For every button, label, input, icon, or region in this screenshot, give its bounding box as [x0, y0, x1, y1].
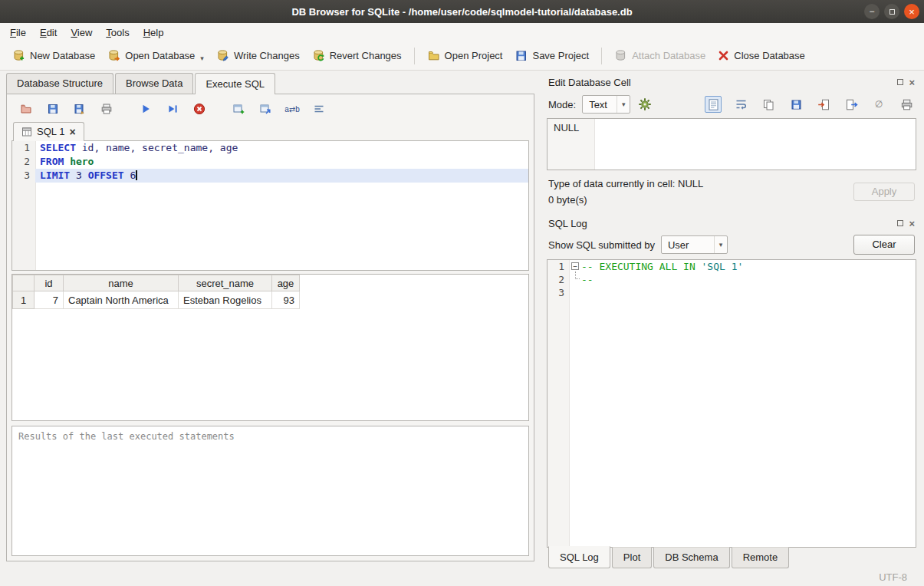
chevron-down-icon: ▾	[714, 236, 727, 253]
copy-cell-button[interactable]	[760, 96, 777, 113]
sql-tab-bar: SQL 1 ×	[12, 120, 529, 141]
write-changes-label: Write Changes	[234, 50, 300, 61]
log-line-number: 2	[547, 273, 569, 286]
line-number: 2	[12, 155, 35, 169]
text-document-icon	[707, 98, 720, 111]
sql-1-tab[interactable]: SQL 1 ×	[13, 122, 84, 141]
open-in-new-tab-button[interactable]	[257, 100, 274, 117]
apply-button[interactable]: Apply	[853, 183, 915, 201]
tab-execute-sql[interactable]: Execute SQL	[195, 73, 275, 94]
auto-switch-mode-button[interactable]	[636, 96, 653, 113]
print-sql-button[interactable]	[98, 100, 115, 117]
tab-db-schema[interactable]: DB Schema	[653, 547, 729, 568]
write-changes-button[interactable]: Write Changes	[210, 45, 306, 66]
menubar: File Edit View Tools Help	[0, 23, 924, 41]
sql-code-line-2: FROM hero	[35, 155, 528, 169]
open-sql-file-button[interactable]	[18, 100, 35, 117]
log-line: 2 --	[547, 273, 916, 286]
close-dock-icon[interactable]: ×	[909, 219, 915, 229]
new-sql-tab-button[interactable]	[230, 100, 247, 117]
statusbar: UTF-8	[0, 568, 924, 586]
table-row[interactable]: 1 7 Captain North America Esteban Rogeli…	[13, 291, 528, 309]
tab-sql-log[interactable]: SQL Log	[548, 546, 610, 568]
sql-toolbar: a⇄b	[12, 97, 529, 120]
fold-column	[569, 286, 581, 299]
clear-log-button[interactable]: Clear	[853, 235, 915, 255]
save-sql-file-as-button[interactable]	[71, 100, 88, 117]
titlebar[interactable]: DB Browser for SQLite - /home/user/code/…	[0, 0, 924, 23]
menu-tools[interactable]: Tools	[99, 25, 136, 41]
sql-tab-close-icon[interactable]: ×	[69, 127, 75, 137]
cell-editor[interactable]: NULL	[547, 118, 916, 170]
close-dock-icon[interactable]: ×	[909, 77, 915, 87]
print-icon	[900, 98, 913, 111]
float-dock-icon[interactable]	[897, 79, 903, 85]
fold-collapse-icon[interactable]: −	[571, 262, 579, 270]
open-database-label: Open Database	[125, 50, 195, 61]
save-project-button[interactable]: Save Project	[508, 45, 595, 66]
open-database-dropdown-icon[interactable]: ▾	[200, 54, 204, 62]
format-sql-button[interactable]	[311, 100, 327, 117]
toolbar-separator	[601, 48, 602, 64]
column-header-age[interactable]: age	[272, 275, 300, 291]
menu-edit[interactable]: Edit	[33, 25, 64, 41]
revert-changes-button[interactable]: Revert Changes	[306, 45, 408, 66]
attach-database-label: Attach Database	[632, 50, 705, 61]
close-database-button[interactable]: Close Database	[712, 46, 811, 65]
open-database-icon	[107, 49, 120, 62]
cell-age[interactable]: 93	[272, 291, 300, 309]
import-cell-button[interactable]	[815, 96, 832, 113]
new-database-button[interactable]: New Database	[6, 45, 101, 66]
print-cell-button[interactable]	[898, 96, 915, 113]
menu-file[interactable]: File	[3, 25, 33, 41]
mode-select[interactable]: Text ▾	[582, 95, 630, 114]
save-cell-button[interactable]	[788, 96, 804, 113]
cell-id[interactable]: 7	[35, 291, 64, 309]
cell-secret-name[interactable]: Esteban Rogelios	[179, 291, 272, 309]
format-sql-icon	[313, 103, 325, 115]
stop-execution-button[interactable]	[191, 100, 208, 117]
attach-database-button[interactable]: Attach Database	[608, 45, 712, 66]
edit-cell-toolbar: ∅	[705, 96, 915, 113]
cell-name[interactable]: Captain North America	[64, 291, 179, 309]
open-database-button[interactable]: Open Database ▾	[101, 45, 210, 66]
export-cell-button[interactable]	[843, 96, 860, 113]
execute-sql-panel: a⇄b SQL 1 × 1 SELECT id, name, secret_n	[6, 94, 534, 561]
text-view-button[interactable]	[705, 96, 722, 113]
tab-remote[interactable]: Remote	[732, 547, 790, 568]
minimize-button[interactable]: −	[864, 4, 880, 19]
log-line: 3	[547, 286, 916, 299]
tab-plot[interactable]: Plot	[612, 547, 652, 568]
main-toolbar: New Database Open Database ▾ Write Chang…	[0, 41, 924, 71]
open-project-button[interactable]: Open Project	[421, 45, 509, 66]
column-header-id[interactable]: id	[35, 275, 64, 291]
close-button[interactable]: ×	[904, 4, 919, 19]
maximize-button[interactable]	[884, 4, 899, 19]
sql-log-editor[interactable]: 1 − -- EXECUTING ALL IN 'SQL 1' 2 -- 3	[547, 259, 916, 548]
word-wrap-button[interactable]	[732, 96, 749, 113]
maximize-icon	[889, 9, 895, 15]
close-database-icon	[718, 50, 729, 61]
sql-log-dock-buttons: ×	[897, 219, 915, 229]
find-replace-button[interactable]: a⇄b	[284, 100, 301, 117]
encoding-indicator[interactable]: UTF-8	[879, 571, 907, 583]
execute-all-button[interactable]	[137, 100, 154, 117]
save-sql-file-button[interactable]	[44, 100, 61, 117]
sql-editor[interactable]: 1 SELECT id, name, secret_name, age 2 FR…	[12, 140, 529, 271]
float-dock-icon[interactable]	[897, 220, 903, 226]
tab-database-structure[interactable]: Database Structure	[6, 73, 113, 94]
revert-changes-label: Revert Changes	[330, 50, 402, 61]
menu-help[interactable]: Help	[136, 25, 171, 41]
set-null-button[interactable]: ∅	[870, 96, 887, 113]
sql-line[interactable]: 2 FROM hero	[12, 155, 528, 169]
results-grid[interactable]: id name secret_name age 1 7 Captain Nort…	[12, 274, 529, 421]
column-header-name[interactable]: name	[64, 275, 179, 291]
log-filter-select[interactable]: User ▾	[661, 235, 728, 254]
execute-current-line-button[interactable]	[164, 100, 181, 117]
tab-browse-data[interactable]: Browse Data	[115, 73, 193, 94]
sql-line-current[interactable]: 3 LIMIT 3 OFFSET 6	[12, 169, 528, 183]
write-changes-icon	[216, 49, 229, 62]
menu-view[interactable]: View	[64, 25, 99, 41]
column-header-secret-name[interactable]: secret_name	[179, 275, 272, 291]
sql-line[interactable]: 1 SELECT id, name, secret_name, age	[12, 141, 528, 155]
